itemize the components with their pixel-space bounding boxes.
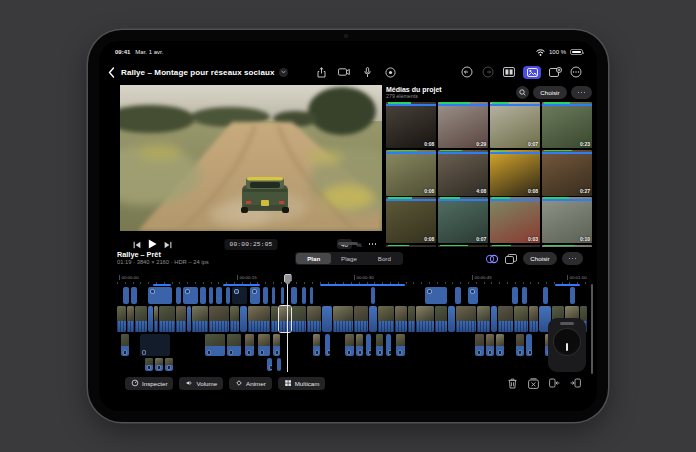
record-icon[interactable]	[383, 66, 397, 79]
timeline-clip[interactable]	[526, 334, 532, 356]
timeline-clip[interactable]	[267, 358, 272, 371]
insert-right-icon[interactable]	[569, 377, 581, 389]
timeline-clip[interactable]	[248, 306, 270, 332]
media-thumbnail[interactable]: 0:07	[438, 197, 488, 243]
back-button[interactable]	[108, 66, 118, 78]
timeline-clip[interactable]	[216, 287, 222, 304]
timeline-clip[interactable]	[386, 334, 391, 356]
timeline-clip[interactable]	[371, 287, 375, 304]
media-thumbnail[interactable]: 0:27	[542, 150, 592, 196]
timeline-choose-button[interactable]: Choisir	[523, 252, 556, 265]
timeline-clip[interactable]	[205, 334, 225, 356]
timeline-clip[interactable]	[516, 334, 524, 356]
media-thumbnail[interactable]: 0:08	[386, 150, 436, 196]
timeline-clip[interactable]	[475, 334, 484, 356]
timeline-clip[interactable]	[313, 334, 320, 356]
timeline-clip[interactable]	[376, 334, 383, 356]
timeline-clip[interactable]	[333, 306, 353, 332]
video-viewer[interactable]	[120, 85, 382, 231]
timeline-clip[interactable]	[307, 306, 321, 332]
copy-clip-icon[interactable]	[504, 252, 518, 265]
timeline-clip[interactable]	[271, 306, 278, 332]
media-thumbnail[interactable]	[438, 245, 488, 248]
timeline-clip[interactable]	[291, 287, 297, 304]
timeline-clip[interactable]	[117, 306, 126, 332]
timeline-clip[interactable]	[245, 334, 254, 356]
chevron-down-icon[interactable]	[279, 68, 288, 77]
media-thumbnail[interactable]: 0:08	[386, 197, 436, 243]
timeline-clip[interactable]	[281, 287, 284, 304]
undo-icon[interactable]	[460, 66, 474, 79]
media-more-button[interactable]	[571, 86, 593, 99]
timeline-clip[interactable]	[435, 306, 447, 332]
inspecter-button[interactable]: Inspecter	[125, 377, 173, 390]
timeline-clip[interactable]	[448, 306, 455, 332]
timeline-clip[interactable]	[165, 358, 173, 371]
media-thumbnail[interactable]: 4:08	[438, 150, 488, 196]
timeline-clip[interactable]	[250, 287, 260, 304]
media-thumbnail[interactable]: 0:10	[542, 197, 592, 243]
timeline-ruler[interactable]: 00:00:0000:00:1500:00:3000:00:4500:01:00	[117, 274, 589, 286]
trash-icon[interactable]	[506, 377, 518, 389]
timeline-more-button[interactable]	[562, 252, 584, 265]
timeline-clip[interactable]	[279, 306, 291, 332]
timeline-clip[interactable]	[123, 287, 129, 304]
timeline-clip[interactable]	[325, 334, 330, 356]
timeline-clip[interactable]	[310, 287, 313, 304]
timeline-clip[interactable]	[176, 306, 186, 332]
timeline-clip[interactable]	[226, 287, 230, 304]
media-thumbnail[interactable]: 0:08	[490, 150, 540, 196]
timeline-clip[interactable]	[121, 334, 129, 356]
timeline-clip[interactable]	[131, 287, 137, 304]
timeline-clip[interactable]	[263, 287, 268, 304]
media-browser-icon[interactable]	[523, 66, 541, 79]
timeline-clip[interactable]	[232, 287, 247, 304]
timeline-scrollbar[interactable]	[591, 284, 593, 374]
insert-left-icon[interactable]	[548, 377, 560, 389]
timeline-clip[interactable]	[425, 287, 447, 304]
timeline-clip[interactable]	[543, 287, 548, 304]
playhead-line[interactable]	[287, 274, 288, 372]
media-thumbnail[interactable]	[542, 245, 592, 248]
timeline-clip[interactable]	[408, 306, 415, 332]
timeline-clip[interactable]	[529, 306, 538, 332]
timeline-clip[interactable]	[491, 306, 497, 332]
timeline-clip[interactable]	[498, 306, 513, 332]
timeline-clip[interactable]	[522, 287, 527, 304]
timeline-clip[interactable]	[477, 306, 490, 332]
timeline-clip[interactable]	[148, 287, 172, 304]
timeline-clip[interactable]	[209, 306, 229, 332]
media-thumbnail[interactable]: 0:29	[438, 102, 488, 148]
timeline-clip[interactable]	[140, 334, 170, 356]
timeline-clip[interactable]	[258, 334, 270, 356]
volume-button[interactable]: Volume	[179, 377, 223, 390]
timeline-clip[interactable]	[356, 334, 363, 356]
panel-resize-handle[interactable]	[338, 242, 358, 245]
connect-icon[interactable]	[485, 252, 499, 265]
timeline-clip[interactable]	[468, 287, 478, 304]
timeline-clip[interactable]	[183, 287, 198, 304]
jog-wheel[interactable]	[554, 329, 580, 355]
timeline-clip[interactable]	[456, 306, 476, 332]
redo-icon[interactable]	[481, 66, 495, 79]
animer-button[interactable]: Animer	[229, 377, 272, 390]
timeline-clip[interactable]	[127, 306, 134, 332]
timeline-clip[interactable]	[209, 287, 213, 304]
timeline-clip[interactable]	[159, 306, 175, 332]
share-icon[interactable]	[314, 66, 328, 79]
timeline-clip[interactable]	[496, 334, 504, 356]
timeline-clip[interactable]	[302, 287, 306, 304]
timeline-clip[interactable]	[187, 306, 191, 332]
timeline-clip[interactable]	[292, 306, 306, 332]
timeline-clip[interactable]	[227, 334, 241, 356]
add-clip-icon[interactable]	[548, 66, 562, 79]
timeline-clip[interactable]	[514, 306, 528, 332]
timeline-clip[interactable]	[155, 358, 163, 371]
timeline-clip[interactable]	[176, 287, 181, 304]
timeline-clip[interactable]	[322, 306, 332, 332]
more-icon[interactable]	[569, 66, 583, 79]
timeline-clip[interactable]	[354, 306, 368, 332]
timeline-clip[interactable]	[192, 306, 208, 332]
media-thumbnail[interactable]	[490, 245, 540, 248]
timeline-clip[interactable]	[240, 306, 247, 332]
